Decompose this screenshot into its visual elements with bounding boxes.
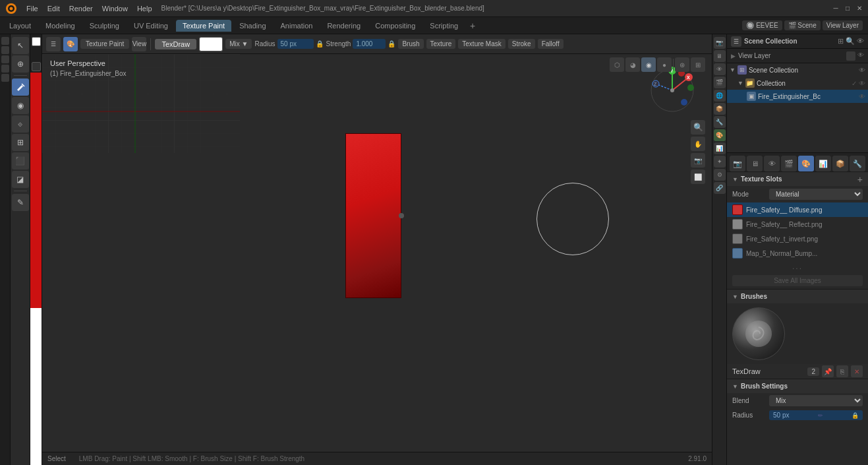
mode-selector[interactable]: Texture Paint bbox=[80, 39, 129, 49]
overlay-btn[interactable]: ⊛ bbox=[675, 57, 689, 72]
brush-color-swatch[interactable] bbox=[199, 37, 223, 51]
outliner-menu-btn[interactable]: ☰ bbox=[731, 36, 741, 47]
engine-selector[interactable]: 🔘 EEVEE bbox=[742, 20, 782, 30]
nav-gizmo[interactable]: X Y Z bbox=[646, 64, 699, 117]
menu-render[interactable]: Render bbox=[65, 3, 97, 14]
fire-extinguisher-item[interactable]: ▣ Fire_Extinguisher_Bc 👁 bbox=[727, 90, 868, 103]
tool-select[interactable]: ↖ bbox=[12, 37, 29, 54]
radius-input[interactable]: 50 px bbox=[277, 39, 314, 49]
collection-eye-icon[interactable]: 👁 bbox=[859, 80, 865, 87]
brushes-section-header[interactable]: ▼ Brushes bbox=[727, 289, 868, 303]
tool-annotate[interactable]: ✎ bbox=[12, 194, 29, 211]
tab-scripting[interactable]: Scripting bbox=[423, 20, 465, 32]
props-tab-data[interactable]: 📊 bbox=[815, 156, 831, 171]
view-menu-btn[interactable]: View bbox=[132, 37, 146, 51]
tab-modeling[interactable]: Modeling bbox=[39, 20, 82, 32]
texture-slot-0[interactable]: Fire_Safety__ Diffuse.png bbox=[727, 202, 868, 217]
constraints-btn[interactable]: 🔗 bbox=[714, 182, 726, 194]
strength-lock-btn[interactable]: 🔒 bbox=[388, 40, 395, 47]
camera-btn[interactable]: 📷 bbox=[691, 153, 705, 168]
material-mode-btn[interactable]: ◉ bbox=[641, 57, 656, 72]
solid-mode-btn[interactable]: ◕ bbox=[625, 57, 640, 72]
props-tab-material[interactable]: 🎨 bbox=[798, 156, 814, 171]
output-props-btn[interactable]: 🖥 bbox=[714, 50, 726, 62]
props-tab-scene[interactable]: 🎬 bbox=[781, 156, 797, 171]
texture-paint-mode-btn[interactable]: 🎨 bbox=[63, 37, 78, 51]
strength-input[interactable]: 1.000 bbox=[353, 39, 386, 49]
gizmo-btn[interactable]: ⊞ bbox=[691, 57, 705, 72]
menu-help[interactable]: Help bbox=[133, 3, 156, 14]
tab-rendering[interactable]: Rendering bbox=[320, 20, 367, 32]
menu-file[interactable]: File bbox=[22, 3, 42, 14]
tool-fill[interactable]: ⬛ bbox=[12, 152, 29, 170]
blender-logo[interactable] bbox=[4, 1, 18, 16]
view-layer-selector[interactable]: View Layer bbox=[823, 20, 863, 30]
menu-window[interactable]: Window bbox=[98, 3, 132, 14]
physics-btn[interactable]: ⚙ bbox=[714, 169, 726, 181]
minimize-button[interactable]: ─ bbox=[831, 4, 840, 13]
tab-sculpting[interactable]: Sculpting bbox=[83, 20, 126, 32]
close-button[interactable]: ✕ bbox=[855, 4, 864, 13]
outliner-view-icon[interactable]: 👁 bbox=[857, 37, 864, 46]
tool-smear[interactable]: ⟐ bbox=[12, 115, 29, 133]
view-props-btn[interactable]: 👁 bbox=[714, 63, 726, 75]
object-eye-icon[interactable]: 👁 bbox=[859, 93, 865, 100]
texture-slots-add-btn[interactable]: + bbox=[857, 174, 863, 185]
edge-btn-2[interactable] bbox=[1, 46, 9, 54]
collection-check-icon[interactable]: ✓ bbox=[852, 80, 857, 87]
view-layer-eye-icon[interactable]: 👁 bbox=[857, 51, 864, 61]
save-all-images-btn[interactable]: Save All Images bbox=[732, 275, 863, 286]
render-props-btn[interactable]: 📷 bbox=[714, 37, 726, 49]
edge-btn-1[interactable] bbox=[1, 37, 9, 45]
props-tab-object[interactable]: 📦 bbox=[832, 156, 848, 171]
blend-dropdown[interactable]: Mix bbox=[769, 395, 863, 406]
wire-mode-btn[interactable]: ⬡ bbox=[610, 57, 624, 72]
data-props-btn[interactable]: 📊 bbox=[714, 142, 726, 154]
brush-copy-btn[interactable]: ⎘ bbox=[836, 365, 848, 377]
tab-compositing[interactable]: Compositing bbox=[368, 20, 422, 32]
brush-dropdown[interactable]: Brush bbox=[398, 39, 423, 49]
render-preview-btn[interactable]: ⬜ bbox=[691, 170, 705, 184]
add-workspace-button[interactable]: + bbox=[466, 19, 479, 32]
edge-btn-4[interactable] bbox=[1, 65, 9, 73]
props-tab-view[interactable]: 👁 bbox=[764, 156, 780, 171]
pan-btn[interactable]: ✋ bbox=[691, 137, 705, 151]
texture-slot-1[interactable]: Fire_Safety__ Reflect.png bbox=[727, 217, 868, 232]
edge-btn-5[interactable] bbox=[1, 74, 9, 82]
tool-cursor[interactable]: ⊕ bbox=[12, 55, 29, 73]
background-color[interactable] bbox=[32, 62, 41, 71]
viewport-menu-btn[interactable]: ☰ bbox=[46, 37, 61, 51]
tab-texture-paint[interactable]: Texture Paint bbox=[176, 20, 231, 32]
material-props-btn[interactable]: 🎨 bbox=[714, 129, 726, 141]
props-tab-modifier[interactable]: 🔧 bbox=[850, 156, 865, 171]
tool-soften[interactable]: ◉ bbox=[12, 97, 29, 114]
falloff-dropdown[interactable]: Falloff bbox=[538, 39, 564, 49]
outliner-search-icon[interactable]: 🔍 bbox=[846, 37, 855, 46]
object-props-btn[interactable]: 📦 bbox=[714, 103, 726, 115]
tool-mask[interactable]: ◪ bbox=[12, 171, 29, 188]
zoom-in-btn[interactable]: 🔍 bbox=[691, 120, 705, 135]
scene-selector[interactable]: 🎬 Scene bbox=[784, 20, 821, 30]
scene-props-btn[interactable]: 🎬 bbox=[714, 77, 726, 88]
mode-dropdown[interactable]: Material bbox=[769, 189, 863, 200]
brush-name-selector[interactable]: TexDraw bbox=[155, 39, 196, 49]
tool-draw[interactable] bbox=[12, 78, 29, 96]
tab-uv-editing[interactable]: UV Editing bbox=[127, 20, 175, 32]
texture-slot-2[interactable]: Fire_Safety_t_invert.png bbox=[727, 232, 868, 246]
scene-collection-eye[interactable]: 👁 bbox=[859, 67, 865, 74]
tab-shading[interactable]: Shading bbox=[233, 20, 272, 32]
viewport-canvas[interactable]: User Perspective (1) Fire_Extinguisher_B… bbox=[42, 54, 712, 465]
radius-field-value[interactable]: 50 px ✏ 🔒 bbox=[769, 410, 863, 420]
tab-animation[interactable]: Animation bbox=[274, 20, 320, 32]
tab-layout[interactable]: Layout bbox=[3, 20, 38, 32]
menu-edit[interactable]: Edit bbox=[43, 3, 64, 14]
props-tab-output[interactable]: 🖥 bbox=[747, 156, 763, 171]
tool-clone[interactable]: ⊞ bbox=[12, 134, 29, 151]
brush-pin-btn[interactable]: 📌 bbox=[822, 365, 834, 377]
world-props-btn[interactable]: 🌐 bbox=[714, 90, 726, 102]
outliner-filter-icon[interactable]: ⊞ bbox=[838, 37, 844, 46]
radius-lock-btn[interactable]: 🔒 bbox=[316, 40, 324, 47]
brush-settings-section-header[interactable]: ▼ Brush Settings bbox=[727, 379, 868, 393]
texture-dropdown[interactable]: Texture bbox=[426, 39, 456, 49]
scene-collection-item[interactable]: ▼ ⊞ Scene Collection 👁 bbox=[727, 63, 868, 77]
